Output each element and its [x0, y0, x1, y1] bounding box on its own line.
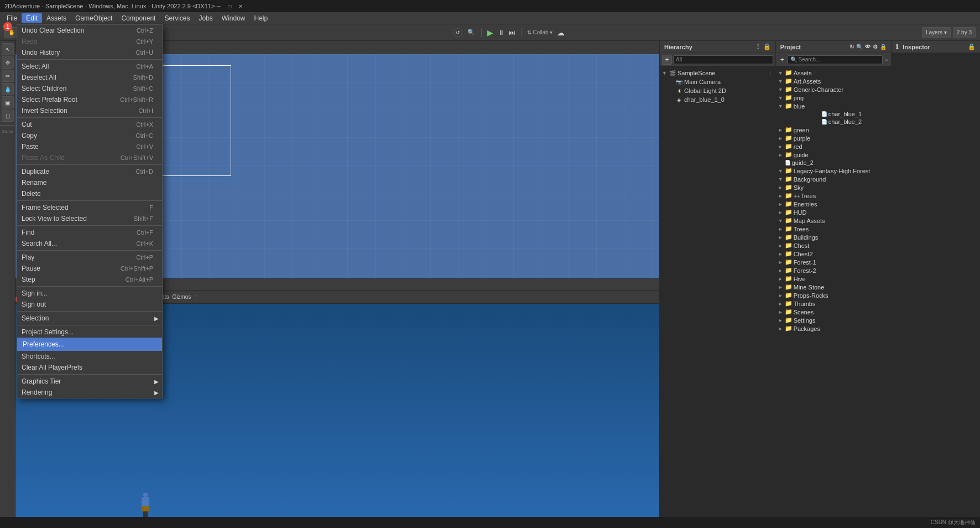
project-item-thumbs[interactable]: ► 📁 Thumbs [776, 299, 892, 308]
project-item-hive[interactable]: ► 📁 Hive [776, 275, 892, 283]
menu-undo-history[interactable]: Undo History Ctrl+U [17, 47, 162, 58]
project-refresh-icon[interactable]: ↻ [849, 44, 854, 50]
eyedrop-tool[interactable]: 💧 [2, 83, 14, 95]
close-button[interactable]: ✕ [237, 2, 244, 10]
project-item-red[interactable]: ► 📁 red [776, 142, 892, 151]
menu-invert-selection[interactable]: Invert Selection Ctrl+I [17, 105, 162, 116]
menu-assets[interactable]: Assets [42, 13, 71, 23]
menu-rename[interactable]: Rename [17, 177, 162, 188]
history-button[interactable]: ↺ [453, 28, 462, 37]
project-item-propsrocks[interactable]: ► 📁 Props-Rocks [776, 291, 892, 299]
project-eye-icon[interactable]: 👁 [865, 44, 870, 50]
project-item-blue[interactable]: ▼ 📁 blue [776, 102, 892, 110]
menu-gameobject[interactable]: GameObject [71, 13, 117, 23]
hierarchy-menu-icon[interactable]: ⋮ [755, 43, 761, 50]
project-sort-button[interactable]: ≡ [884, 57, 889, 63]
menu-rendering[interactable]: Rendering ▶ [17, 387, 162, 398]
project-item-charblue2[interactable]: 📄 char_blue_2 [776, 118, 892, 126]
menu-services[interactable]: Services [160, 13, 194, 23]
menu-jobs[interactable]: Jobs [194, 13, 217, 23]
project-item-background[interactable]: ▼ 📁 Background [776, 175, 892, 183]
menu-edit[interactable]: Edit [22, 13, 42, 23]
hierarchy-item-menu[interactable]: ⋮ [768, 70, 773, 76]
menu-pause[interactable]: Pause Ctrl+Shift+P [17, 263, 162, 274]
project-item-forest1[interactable]: ► 📁 Forest-1 [776, 258, 892, 266]
project-item-packages[interactable]: ► 📁 Packages [776, 324, 892, 333]
project-item-charblue1[interactable]: 📄 char_blue_1 [776, 110, 892, 118]
project-gear-icon[interactable]: ⚙ [873, 44, 878, 50]
project-item-guide[interactable]: ► 📁 guide [776, 151, 892, 159]
project-item-legacyforest[interactable]: ▼ 📁 Legacy-Fantasy-High Forest [776, 167, 892, 175]
menu-shortcuts[interactable]: Shortcuts... [17, 351, 162, 362]
project-item-mapassets[interactable]: ▼ 📁 Map Assets [776, 216, 892, 225]
project-item-hud[interactable]: ► 📁 HUD [776, 208, 892, 216]
brush-tool[interactable]: ✏ [2, 70, 14, 82]
menu-delete[interactable]: Delete [17, 188, 162, 199]
project-search-bar[interactable]: 🔍 Search... [788, 55, 883, 64]
menu-redo[interactable]: Redo Ctrl+Y [17, 36, 162, 47]
project-item-artassets[interactable]: ▼ 📁 Art Assets [776, 77, 892, 85]
menu-search-all[interactable]: Search All... Ctrl+K [17, 238, 162, 249]
menu-frame-selected[interactable]: Frame Selected F [17, 202, 162, 213]
cloud-button[interactable]: ☁ [557, 28, 565, 37]
menu-sign-in[interactable]: Sign in... [17, 288, 162, 299]
pause-button[interactable]: ⏸ [498, 29, 504, 37]
menu-selection[interactable]: Selection ▶ [17, 313, 162, 324]
hierarchy-search[interactable]: All [673, 55, 773, 64]
game-settings-button[interactable]: ⋮ [194, 294, 200, 300]
project-add-button[interactable]: + [778, 56, 786, 64]
project-item-forest2[interactable]: ► 📁 Forest-2 [776, 266, 892, 275]
menu-select-prefab-root[interactable]: Select Prefab Root Ctrl+Shift+R [17, 94, 162, 105]
menu-cut[interactable]: Cut Ctrl+X [17, 119, 162, 130]
menu-play[interactable]: Play Ctrl+P [17, 252, 162, 263]
menu-file[interactable]: File [2, 13, 22, 23]
hierarchy-item-samplescene[interactable]: ▼ 🎬 SampleScene ⋮ [660, 69, 775, 77]
hierarchy-item-camera[interactable]: 📷 Main Camera [660, 77, 775, 86]
project-item-genericchar[interactable]: ▼ 📁 Generic-Character [776, 85, 892, 94]
project-item-sky[interactable]: ► 📁 Sky [776, 183, 892, 191]
menu-select-all[interactable]: Select All Ctrl+A [17, 61, 162, 72]
hierarchy-add-button[interactable]: + [662, 55, 672, 65]
project-item-enemies[interactable]: ► 📁 Enemies [776, 200, 892, 208]
project-item-chest[interactable]: ► 📁 Chest [776, 241, 892, 250]
menu-component[interactable]: Component [117, 13, 160, 23]
menu-paste[interactable]: Paste Ctrl+V [17, 141, 162, 152]
menu-select-children[interactable]: Select Children Shift+C [17, 83, 162, 94]
menu-undo-clear[interactable]: Undo Clear Selection Ctrl+Z [17, 25, 162, 36]
collab-button[interactable]: ⇅ Collab ▾ [527, 29, 553, 35]
project-item-chest2[interactable]: ► 📁 Chest2 [776, 250, 892, 258]
inspector-lock-icon[interactable]: 🔒 [968, 43, 976, 50]
hierarchy-item-light[interactable]: ☀ Global Light 2D [660, 86, 775, 95]
project-item-minestone[interactable]: ► 📁 Mine Stone [776, 283, 892, 291]
project-item-trees[interactable]: ► 📁 Trees [776, 225, 892, 233]
play-button[interactable]: ▶ [487, 28, 493, 37]
menu-sign-out[interactable]: Sign out [17, 299, 162, 310]
hierarchy-lock-icon[interactable]: 🔒 [763, 43, 771, 50]
menu-project-settings[interactable]: Project Settings... [17, 327, 162, 338]
layers-dropdown[interactable]: Layers ▾ [922, 27, 951, 38]
menu-preferences[interactable]: Preferences... [17, 338, 162, 351]
project-item-green[interactable]: ► 📁 green [776, 126, 892, 134]
menu-graphics-tier[interactable]: Graphics Tier ▶ [17, 376, 162, 387]
menu-paste-as-child[interactable]: Paste As Child Ctrl+Shift+V [17, 152, 162, 163]
menu-step[interactable]: Step Ctrl+Alt+P [17, 274, 162, 285]
maximize-button[interactable]: □ [226, 2, 233, 10]
project-item-assets[interactable]: ▼ 📁 Assets [776, 69, 892, 77]
move-tool[interactable]: ✥ [2, 56, 14, 69]
project-item-guide2[interactable]: 📄 guide_2 [776, 159, 892, 167]
eraser-tool[interactable]: ◻ [2, 110, 14, 122]
menu-help[interactable]: Help [250, 13, 273, 23]
menu-find[interactable]: Find Ctrl+F [17, 227, 162, 238]
step-button[interactable]: ⏭ [509, 29, 515, 37]
bucket-tool[interactable]: ▣ [2, 96, 14, 108]
cursor-tool[interactable]: ↖ [2, 43, 14, 55]
project-item-purple[interactable]: ► 📁 purple [776, 134, 892, 142]
minimize-button[interactable]: ─ [215, 2, 222, 10]
gizmos-game-button[interactable]: Gizmos [172, 294, 191, 300]
project-item-settings[interactable]: ► 📁 Settings [776, 316, 892, 324]
project-lock-icon[interactable]: 🔒 [880, 44, 887, 50]
menu-copy[interactable]: Copy Ctrl+C [17, 130, 162, 141]
menu-clear-playerprefs[interactable]: Clear All PlayerPrefs [17, 362, 162, 373]
project-item-trees-bg[interactable]: ► 📁 ++Trees [776, 191, 892, 200]
hierarchy-item-char[interactable]: ◈ char_blue_1_0 [660, 95, 775, 104]
